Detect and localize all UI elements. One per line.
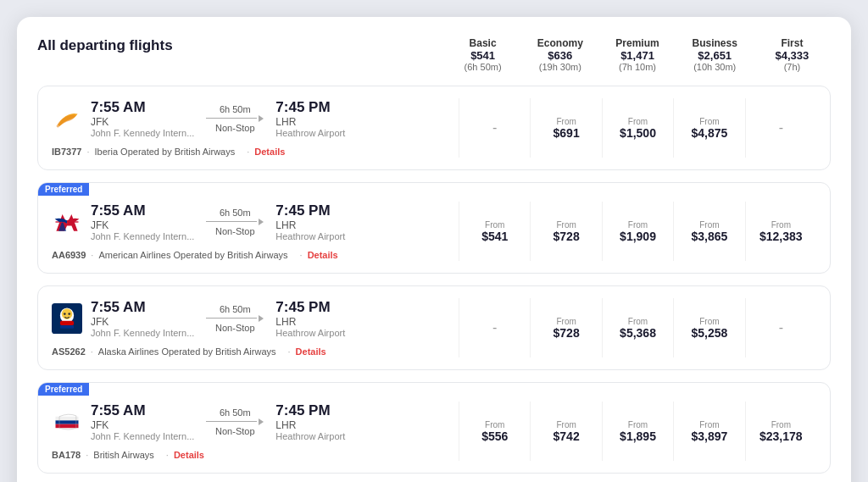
flight-info: 7:55 AM JFK John F. Kennedy Intern... 6h…: [52, 299, 459, 357]
arrive-block: 7:45 PM LHR Heathrow Airport: [275, 202, 345, 241]
price-cell-3[interactable]: From $3,865: [673, 202, 744, 261]
price-cell-4: -: [745, 298, 816, 357]
price-cell-1[interactable]: From $728: [530, 298, 601, 357]
flight-meta: AS5262 · Alaska Airlines Operated by Bri…: [52, 346, 459, 357]
airline-logo-aa: [52, 207, 82, 237]
col-duration: (10h 30m): [676, 62, 754, 72]
svg-point-6: [64, 313, 66, 315]
depart-time: 7:55 AM: [91, 99, 194, 116]
price-cells: From $541 From $728 From $1,909 From $3,…: [459, 202, 816, 261]
arrive-name: Heathrow Airport: [275, 231, 345, 241]
flight-main: 7:55 AM JFK John F. Kennedy Intern... 6h…: [52, 99, 459, 138]
price-cell-3[interactable]: From $4,875: [673, 98, 744, 158]
flight-meta: BA178 · British Airways · Details: [52, 450, 459, 460]
price-cell-2[interactable]: From $5,368: [602, 298, 673, 357]
flight-main: 7:55 AM JFK John F. Kennedy Intern... 6h…: [52, 202, 459, 241]
details-link[interactable]: Details: [296, 346, 326, 357]
price-cell-0: -: [459, 98, 530, 158]
depart-time: 7:55 AM: [91, 202, 194, 219]
svg-rect-8: [60, 321, 74, 325]
col-price: $636: [521, 49, 598, 62]
line-left: [206, 421, 257, 422]
arrow-icon: [259, 418, 264, 425]
arrive-name: Heathrow Airport: [275, 431, 345, 441]
price-header-basic: Basic $541 (6h 50m): [444, 37, 521, 72]
depart-code: JFK: [91, 419, 194, 431]
depart-block: 7:55 AM JFK John F. Kennedy Intern...: [91, 299, 194, 338]
price-cell-4[interactable]: From $23,178: [745, 402, 816, 461]
depart-name: John F. Kennedy Intern...: [91, 328, 194, 338]
col-duration: (19h 30m): [521, 62, 598, 72]
price-cell-1[interactable]: From $728: [530, 202, 601, 261]
stop-type: Non-Stop: [215, 226, 254, 236]
details-link[interactable]: Details: [254, 147, 285, 157]
price-cell-3[interactable]: From $5,258: [673, 298, 744, 357]
middle-info: 6h 50m Non-Stop: [201, 304, 269, 333]
flight-card-inner: 7:55 AM JFK John F. Kennedy Intern... 6h…: [38, 286, 830, 369]
flight-card-inner: 7:55 AM JFK John F. Kennedy Intern... 6h…: [38, 183, 830, 273]
price-cell-4[interactable]: From $12,383: [745, 202, 816, 261]
flight-meta: AA6939 · American Airlines Operated by B…: [52, 250, 459, 260]
depart-block: 7:55 AM JFK John F. Kennedy Intern...: [91, 99, 194, 138]
col-price: $2,651: [676, 49, 754, 62]
col-name: First: [754, 37, 831, 49]
arrow-line: [206, 115, 264, 122]
flights-container: All departing flights Basic $541 (6h 50m…: [17, 17, 851, 482]
depart-code: JFK: [91, 316, 194, 328]
times-route: 7:55 AM JFK John F. Kennedy Intern... 6h…: [91, 299, 459, 338]
carrier-name: Alaska Airlines Operated by British Airw…: [98, 346, 276, 357]
price-cell-1[interactable]: From $742: [530, 402, 601, 461]
duration: 6h 50m: [220, 208, 251, 218]
arrive-name: Heathrow Airport: [275, 328, 345, 338]
price-cell-0[interactable]: From $556: [459, 402, 530, 461]
flight-card-2: Preferred 7:55 AM JFK: [37, 182, 831, 274]
price-header-business: Business $2,651 (10h 30m): [676, 37, 754, 72]
flight-main: 7:55 AM JFK John F. Kennedy Intern... 6h…: [52, 299, 459, 338]
price-cell-1[interactable]: From $691: [530, 98, 601, 158]
depart-name: John F. Kennedy Intern...: [91, 231, 194, 241]
airline-logo-ba: [52, 407, 82, 437]
price-header-premium: Premium $1,471 (7h 10m): [598, 37, 676, 72]
flight-card-inner: 7:55 AM JFK John F. Kennedy Intern... 6h…: [38, 86, 830, 169]
col-name: Business: [676, 37, 754, 49]
arrive-code: LHR: [275, 219, 345, 231]
carrier-name: American Airlines Operated by British Ai…: [98, 250, 287, 260]
duration: 6h 50m: [220, 304, 251, 314]
col-name: Premium: [598, 37, 676, 49]
header-row: All departing flights Basic $541 (6h 50m…: [37, 37, 831, 72]
airline-logo-iberia: [52, 103, 82, 134]
price-cell-3[interactable]: From $3,897: [673, 402, 744, 461]
price-cells: - From $691 From $1,500 From $4,875 -: [459, 98, 816, 158]
page-title: All departing flights: [37, 37, 444, 54]
flight-card-3: 7:55 AM JFK John F. Kennedy Intern... 6h…: [37, 285, 831, 370]
depart-block: 7:55 AM JFK John F. Kennedy Intern...: [91, 402, 194, 441]
price-cell-2[interactable]: From $1,895: [602, 402, 673, 461]
col-duration: (7h 10m): [598, 62, 676, 72]
col-duration: (7h): [754, 62, 831, 72]
flight-card-1: 7:55 AM JFK John F. Kennedy Intern... 6h…: [37, 86, 831, 170]
depart-time: 7:55 AM: [91, 299, 194, 316]
preferred-badge: Preferred: [38, 383, 89, 396]
col-price: $4,333: [754, 49, 831, 62]
depart-block: 7:55 AM JFK John F. Kennedy Intern...: [91, 202, 194, 241]
airline-logo-alaska: [52, 303, 82, 334]
price-cell-0[interactable]: From $541: [459, 202, 530, 261]
price-cell-2[interactable]: From $1,909: [602, 202, 673, 261]
stop-type: Non-Stop: [215, 323, 254, 333]
depart-name: John F. Kennedy Intern...: [91, 431, 194, 441]
middle-info: 6h 50m Non-Stop: [201, 208, 269, 236]
price-cells: From $556 From $742 From $1,895 From $3,…: [459, 402, 816, 461]
col-price: $1,471: [598, 49, 676, 62]
arrive-time: 7:45 PM: [275, 202, 345, 219]
arrow-line: [206, 418, 264, 425]
col-name: Economy: [521, 37, 598, 49]
flight-info: 7:55 AM JFK John F. Kennedy Intern... 6h…: [52, 99, 459, 157]
flight-number: IB7377: [52, 147, 81, 157]
arrow-line: [206, 219, 264, 225]
middle-info: 6h 50m Non-Stop: [201, 104, 269, 133]
arrive-name: Heathrow Airport: [275, 128, 345, 138]
flights-list: 7:55 AM JFK John F. Kennedy Intern... 6h…: [37, 86, 831, 474]
details-link[interactable]: Details: [174, 450, 204, 460]
details-link[interactable]: Details: [308, 250, 338, 260]
price-cell-2[interactable]: From $1,500: [602, 98, 673, 158]
